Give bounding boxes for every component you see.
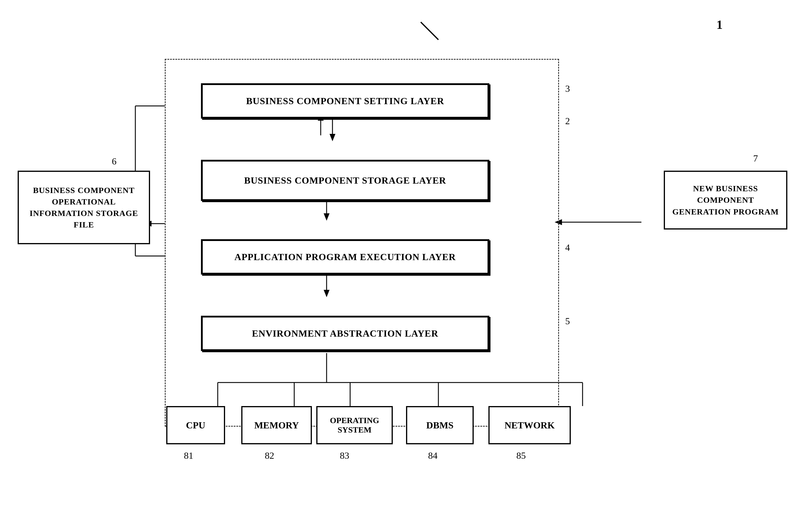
ref-env: 5	[565, 316, 570, 327]
ref-app: 4	[565, 242, 570, 253]
dbms-box: DBMS	[406, 406, 474, 444]
setting-layer-box: BUSINESS COMPONENT SETTING LAYER	[201, 83, 489, 119]
cpu-label: CPU	[186, 420, 205, 431]
storage-file-label: BUSINESS COMPONENT OPERATIONAL INFORMATI…	[22, 185, 146, 231]
setting-layer-label: BUSINESS COMPONENT SETTING LAYER	[246, 96, 444, 107]
dbms-label: DBMS	[426, 420, 454, 431]
new-bc-label: NEW BUSINESS COMPONENT GENERATION PROGRA…	[668, 183, 783, 217]
ref-network: 85	[516, 450, 526, 461]
figure-number: 1	[716, 18, 723, 32]
main-dashed-box: BUSINESS COMPONENT SETTING LAYER BUSINES…	[165, 59, 559, 427]
new-bc-box: NEW BUSINESS COMPONENT GENERATION PROGRA…	[664, 171, 787, 229]
storage-layer-label: BUSINESS COMPONENT STORAGE LAYER	[244, 175, 446, 186]
network-label: NETWORK	[504, 420, 555, 431]
os-box: OPERATING SYSTEM	[316, 406, 393, 444]
storage-layer-box: BUSINESS COMPONENT STORAGE LAYER	[201, 160, 489, 201]
environment-layer-label: ENVIRONMENT ABSTRACTION LAYER	[252, 328, 438, 339]
cpu-box: CPU	[166, 406, 225, 444]
ref-storage-file: 6	[112, 156, 116, 167]
memory-label: MEMORY	[254, 420, 299, 431]
memory-box: MEMORY	[241, 406, 312, 444]
ref-setting: 3	[565, 83, 570, 94]
ref-new-bc: 7	[753, 153, 758, 164]
ref-os: 83	[340, 450, 349, 461]
os-label: OPERATING SYSTEM	[321, 416, 389, 435]
application-layer-label: APPLICATION PROGRAM EXECUTION LAYER	[234, 252, 456, 263]
network-box: NETWORK	[488, 406, 571, 444]
ref-cpu: 81	[184, 450, 193, 461]
ref-dbms: 84	[428, 450, 438, 461]
svg-line-0	[421, 22, 438, 40]
environment-layer-box: ENVIRONMENT ABSTRACTION LAYER	[201, 316, 489, 351]
diagram-container: 1 BUSINESS COMPONENT SETTING LAYER BUSIN…	[0, 0, 805, 532]
ref-memory: 82	[265, 450, 274, 461]
storage-file-box: BUSINESS COMPONENT OPERATIONAL INFORMATI…	[18, 171, 150, 244]
ref-storage: 2	[565, 116, 570, 127]
application-layer-box: APPLICATION PROGRAM EXECUTION LAYER	[201, 239, 489, 274]
